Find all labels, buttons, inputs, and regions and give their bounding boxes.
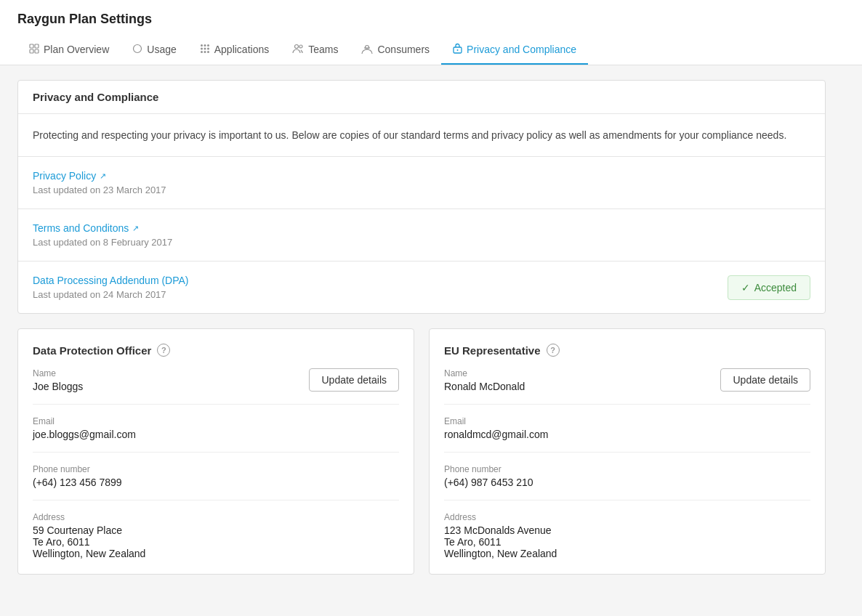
dpo-help-icon[interactable]: ?	[157, 344, 170, 357]
eu-rep-header: EU Representative ?	[444, 344, 810, 357]
svg-point-5	[201, 44, 203, 46]
dpo-phone-label: Phone number	[33, 464, 399, 474]
tab-usage[interactable]: Usage	[121, 36, 188, 65]
eu-rep-phone-block: Phone number (+64) 987 6453 210	[444, 464, 810, 500]
tab-teams[interactable]: Teams	[281, 36, 350, 65]
applications-icon	[200, 44, 210, 56]
dpo-title: Data Protection Officer	[33, 344, 151, 357]
dpo-email-block: Email joe.bloggs@gmail.com	[33, 416, 399, 453]
svg-point-12	[204, 51, 206, 53]
svg-point-8	[201, 47, 203, 49]
teams-icon	[292, 44, 304, 56]
dpa-date: Last updated on 24 March 2017	[33, 289, 189, 300]
dpo-email-label: Email	[33, 416, 399, 426]
svg-rect-3	[35, 49, 39, 53]
officers-section: Data Protection Officer ? Name Joe Blogg…	[17, 328, 826, 575]
tab-plan-overview-label: Plan Overview	[44, 44, 109, 55]
tab-usage-label: Usage	[147, 44, 176, 55]
intro-text: Protecting and respecting your privacy i…	[33, 127, 810, 143]
dpo-address-line1: 59 Courtenay Place	[33, 524, 399, 536]
terms-link[interactable]: Terms and Conditons ↗	[33, 222, 139, 234]
accepted-text: Accepted	[754, 282, 797, 293]
eu-rep-name-row: Name Ronald McDonald Update details	[444, 368, 810, 405]
eu-rep-title: EU Representative	[444, 344, 541, 357]
eu-rep-address-label: Address	[444, 512, 810, 522]
eu-rep-update-button[interactable]: Update details	[720, 368, 810, 392]
eu-rep-col: EU Representative ? Name Ronald McDonald…	[429, 328, 826, 575]
privacy-policy-date: Last updated on 23 March 2017	[33, 185, 166, 195]
consumers-icon	[361, 44, 373, 56]
dpo-phone-value: (+64) 123 456 7899	[33, 477, 399, 488]
dpo-address-line3: Wellington, New Zealand	[33, 548, 399, 559]
svg-point-13	[207, 51, 209, 53]
eu-rep-email-value: ronaldmcd@gmail.com	[444, 429, 810, 440]
privacy-policy-content: Privacy Policy ↗ Last updated on 23 Marc…	[33, 170, 166, 195]
external-link-icon: ↗	[100, 171, 106, 181]
dpo-name-block: Name Joe Bloggs	[33, 368, 83, 392]
privacy-policy-link[interactable]: Privacy Policy ↗	[33, 170, 106, 182]
check-icon: ✓	[741, 282, 750, 293]
privacy-card: Privacy and Compliance Protecting and re…	[17, 80, 826, 314]
dpo-address-block: Address 59 Courtenay Place Te Aro, 6011 …	[33, 512, 399, 559]
svg-point-14	[295, 44, 299, 48]
tab-consumers[interactable]: Consumers	[350, 36, 441, 65]
svg-point-16	[366, 45, 369, 49]
dpo-update-button[interactable]: Update details	[309, 368, 399, 392]
eu-rep-phone-value: (+64) 987 6453 210	[444, 477, 810, 488]
dpo-name-value: Joe Bloggs	[33, 381, 83, 392]
svg-point-6	[204, 44, 206, 46]
svg-point-7	[207, 44, 209, 46]
terms-content: Terms and Conditons ↗ Last updated on 8 …	[33, 222, 172, 248]
eu-rep-address-line2: Te Aro, 6011	[444, 536, 810, 548]
dpa-link[interactable]: Data Processing Addendum (DPA)	[33, 275, 189, 286]
dpa-section: Data Processing Addendum (DPA) Last upda…	[18, 262, 825, 313]
external-link-icon-2: ↗	[132, 224, 139, 233]
dpa-content: Data Processing Addendum (DPA) Last upda…	[33, 275, 189, 300]
eu-rep-phone-label: Phone number	[444, 464, 810, 474]
eu-rep-address-block: Address 123 McDonalds Avenue Te Aro, 601…	[444, 512, 810, 559]
eu-rep-help-icon[interactable]: ?	[547, 344, 560, 357]
tab-applications[interactable]: Applications	[188, 36, 281, 65]
dpo-phone-block: Phone number (+64) 123 456 7899	[33, 464, 399, 500]
svg-point-9	[204, 47, 206, 49]
dpo-name-row: Name Joe Bloggs Update details	[33, 368, 399, 405]
dpo-col: Data Protection Officer ? Name Joe Blogg…	[17, 328, 414, 575]
svg-point-18	[457, 49, 459, 51]
svg-point-4	[134, 44, 142, 52]
eu-rep-email-label: Email	[444, 416, 810, 426]
svg-rect-2	[30, 49, 33, 53]
usage-icon	[132, 44, 142, 56]
dpo-card: Data Protection Officer ? Name Joe Blogg…	[17, 328, 414, 575]
page-title: Raygun Plan Settings	[17, 12, 845, 27]
accepted-badge: ✓ Accepted	[728, 275, 810, 300]
privacy-policy-section: Privacy Policy ↗ Last updated on 23 Marc…	[18, 157, 825, 209]
dpo-address-label: Address	[33, 512, 399, 522]
tab-plan-overview[interactable]: Plan Overview	[17, 36, 121, 65]
dpa-row: Data Processing Addendum (DPA) Last upda…	[33, 275, 810, 300]
eu-rep-name-block: Name Ronald McDonald	[444, 368, 525, 392]
tab-consumers-label: Consumers	[377, 44, 430, 55]
tab-teams-label: Teams	[308, 44, 338, 55]
eu-rep-address-line1: 123 McDonalds Avenue	[444, 524, 810, 536]
svg-point-10	[207, 47, 209, 49]
privacy-icon	[453, 43, 462, 56]
svg-point-11	[201, 51, 203, 53]
main-content: Privacy and Compliance Protecting and re…	[0, 65, 843, 589]
eu-rep-email-block: Email ronaldmcd@gmail.com	[444, 416, 810, 453]
eu-rep-card: EU Representative ? Name Ronald McDonald…	[429, 328, 826, 575]
tab-privacy-label: Privacy and Compliance	[467, 44, 576, 55]
tab-applications-label: Applications	[214, 44, 270, 55]
terms-date: Last updated on 8 February 2017	[33, 237, 172, 248]
page-header: Raygun Plan Settings Plan Overview Usage	[0, 0, 862, 65]
nav-tabs: Plan Overview Usage	[17, 36, 845, 65]
privacy-card-header: Privacy and Compliance	[18, 81, 825, 114]
dpo-header: Data Protection Officer ?	[33, 344, 399, 357]
terms-row: Terms and Conditons ↗ Last updated on 8 …	[33, 222, 810, 248]
dpo-email-value: joe.bloggs@gmail.com	[33, 429, 399, 440]
intro-section: Protecting and respecting your privacy i…	[18, 114, 825, 157]
svg-rect-0	[30, 44, 33, 48]
eu-rep-address-line3: Wellington, New Zealand	[444, 548, 810, 559]
tab-privacy[interactable]: Privacy and Compliance	[441, 36, 588, 65]
terms-section: Terms and Conditons ↗ Last updated on 8 …	[18, 209, 825, 262]
plan-overview-icon	[29, 44, 39, 56]
